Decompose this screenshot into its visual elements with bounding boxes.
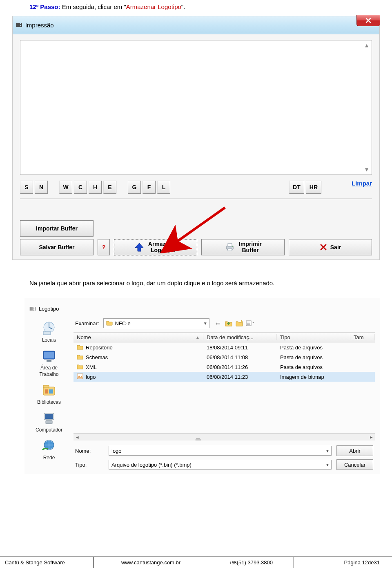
- salvar-buffer-button[interactable]: Salvar Buffer: [20, 239, 94, 255]
- up-arrow-icon: [134, 242, 145, 253]
- dialog-title: Logotipo: [39, 306, 59, 312]
- file-row[interactable]: XML 06/08/2014 11:26 Pasta de arquivos: [74, 362, 375, 372]
- printer-icon: [224, 242, 236, 253]
- up-folder-icon[interactable]: [224, 319, 233, 327]
- place-label: Bibliotecas: [37, 399, 61, 405]
- file-list-body[interactable]: Repositório 18/08/2014 09:11 Pasta de ar…: [74, 342, 375, 441]
- svg-rect-6: [43, 331, 51, 335]
- letter-btn-h[interactable]: H: [89, 181, 102, 194]
- footer-company: Cantú & Stange Software: [0, 557, 94, 568]
- dropdown-icon: ▼: [203, 321, 207, 326]
- close-button[interactable]: [356, 15, 380, 26]
- svg-rect-9: [47, 360, 51, 362]
- footer-url: www.cantustange.com.br: [94, 557, 208, 568]
- view-menu-icon[interactable]: [245, 319, 254, 327]
- instruction-text-2: Na janela que abrir para selecionar o lo…: [0, 260, 392, 298]
- logotipo-dialog: IIII:I Logotipo Locais Área de Trabalho …: [24, 298, 380, 474]
- tipo-label: Tipo:: [75, 462, 104, 468]
- step-label: 12º Passo:: [29, 3, 60, 10]
- letter-btn-n[interactable]: N: [35, 181, 48, 194]
- tipo-combo[interactable]: Arquivo de logotipo (*.bin) (*.bmp) ▼: [109, 460, 332, 470]
- limpar-link[interactable]: Limpar: [352, 180, 372, 187]
- svg-rect-19: [77, 374, 83, 379]
- horizontal-scrollbar[interactable]: ◂ ▸: [74, 433, 375, 441]
- instr-text-before: Em seguida, clicar em ": [60, 3, 126, 10]
- armazenar-l1: Armazenar: [148, 241, 178, 247]
- letter-btn-hr[interactable]: HR: [306, 181, 321, 194]
- scroll-up-icon[interactable]: ▴: [363, 42, 370, 49]
- toolbar-icons: ⇐: [214, 319, 254, 327]
- places-bar: Locais Área de Trabalho Bibliotecas Comp…: [27, 318, 71, 472]
- image-file-icon: [77, 373, 83, 380]
- letter-btn-w[interactable]: W: [59, 181, 72, 194]
- importar-buffer-button[interactable]: Importar Buffer: [20, 220, 94, 237]
- svg-rect-2: [228, 248, 232, 251]
- letter-btn-g[interactable]: G: [128, 181, 141, 194]
- svg-rect-16: [46, 420, 52, 424]
- svg-rect-8: [44, 352, 54, 358]
- place-label: Rede: [43, 455, 55, 461]
- folder-icon: [77, 354, 83, 361]
- sort-asc-icon: ▲: [196, 335, 200, 340]
- title-bar: IIII:I Impressão: [13, 16, 379, 34]
- footer-page: Página 12 de 31: [294, 557, 392, 568]
- letter-toolbar: S N W C H E G F L DT HR Limpar: [20, 181, 372, 199]
- scroll-down-icon[interactable]: ▾: [363, 166, 370, 173]
- place-bibliotecas[interactable]: Bibliotecas: [36, 380, 62, 407]
- back-icon[interactable]: ⇐: [214, 319, 223, 327]
- cancelar-button[interactable]: Cancelar: [336, 459, 373, 470]
- place-rede[interactable]: Rede: [39, 436, 59, 462]
- file-list: Nome▲ Data de modificaç... Tipo Tam Repo…: [74, 332, 375, 441]
- help-button[interactable]: ?: [98, 239, 110, 255]
- armazenar-l2: Logotipo: [151, 247, 175, 253]
- instruction-line: 12º Passo: Em seguida, clicar em "Armaze…: [0, 0, 392, 16]
- letter-btn-l[interactable]: L: [157, 181, 170, 194]
- nome-combo[interactable]: logo ▼: [109, 446, 332, 456]
- armazenar-logotipo-button[interactable]: Armazenar Logotipo: [114, 239, 197, 255]
- sair-button[interactable]: Sair: [289, 239, 372, 255]
- place-desktop[interactable]: Área de Trabalho: [39, 346, 60, 379]
- examinar-label: Examinar:: [75, 320, 99, 326]
- place-locais[interactable]: Locais: [39, 318, 59, 344]
- client-area: ▴ ▾ S N W C H E G F L DT HR Limpar Impor…: [13, 34, 379, 259]
- scroll-right-icon[interactable]: ▸: [368, 434, 375, 440]
- file-list-header[interactable]: Nome▲ Data de modificaç... Tipo Tam: [74, 333, 375, 342]
- place-label-b: Trabalho: [40, 371, 59, 377]
- letter-btn-c[interactable]: C: [74, 181, 87, 194]
- preview-textarea[interactable]: ▴ ▾: [20, 40, 372, 175]
- col-data: Data de modificaç...: [203, 334, 277, 340]
- file-row[interactable]: Schemas 06/08/2014 11:08 Pasta de arquiv…: [74, 352, 375, 362]
- dialog-bottom-rows: Nome: logo ▼ Abrir Tipo: Arquivo de logo…: [74, 441, 375, 472]
- col-nome: Nome▲: [74, 334, 203, 340]
- svg-rect-12: [45, 389, 48, 394]
- letter-btn-e[interactable]: E: [103, 181, 116, 194]
- examinar-combo[interactable]: NFC-e ▼: [103, 318, 209, 328]
- impressao-window: IIII:I Impressão ▴ ▾ S N W C H E G F L D…: [12, 16, 380, 260]
- file-row[interactable]: Repositório 18/08/2014 09:11 Pasta de ar…: [74, 342, 375, 352]
- scrollbar-thumb[interactable]: [196, 438, 200, 441]
- instr-quoted: Armazenar Logotipo: [126, 3, 181, 10]
- imprimir-buffer-button[interactable]: Imprimir Buffer: [201, 239, 285, 255]
- sair-label: Sair: [330, 244, 341, 250]
- dialog-title-bar: IIII:I Logotipo: [27, 305, 377, 318]
- examinar-value: NFC-e: [115, 320, 131, 326]
- scroll-left-icon[interactable]: ◂: [74, 434, 81, 440]
- close-icon: [365, 17, 372, 24]
- app-icon: IIII:I: [29, 306, 36, 312]
- letter-btn-s[interactable]: S: [20, 181, 33, 194]
- svg-rect-1: [228, 244, 232, 246]
- place-computador[interactable]: Computador: [35, 408, 63, 434]
- nome-value: logo: [111, 448, 122, 454]
- abrir-button[interactable]: Abrir: [336, 445, 373, 456]
- page-footer: Cantú & Stange Software www.cantustange.…: [0, 557, 392, 568]
- imprimir-l2: Buffer: [242, 247, 258, 253]
- x-icon: [320, 244, 327, 251]
- file-row-selected[interactable]: logo 06/08/2014 11:23 Imagem de bitmap: [74, 372, 375, 382]
- tipo-value: Arquivo de logotipo (*.bin) (*.bmp): [111, 462, 192, 468]
- instr-text-after: ".: [181, 3, 185, 10]
- letter-btn-dt[interactable]: DT: [289, 181, 304, 194]
- letter-btn-f[interactable]: F: [143, 181, 156, 194]
- new-folder-icon[interactable]: [235, 319, 244, 327]
- folder-icon: [77, 364, 83, 371]
- examinar-row: Examinar: NFC-e ▼ ⇐: [74, 318, 375, 332]
